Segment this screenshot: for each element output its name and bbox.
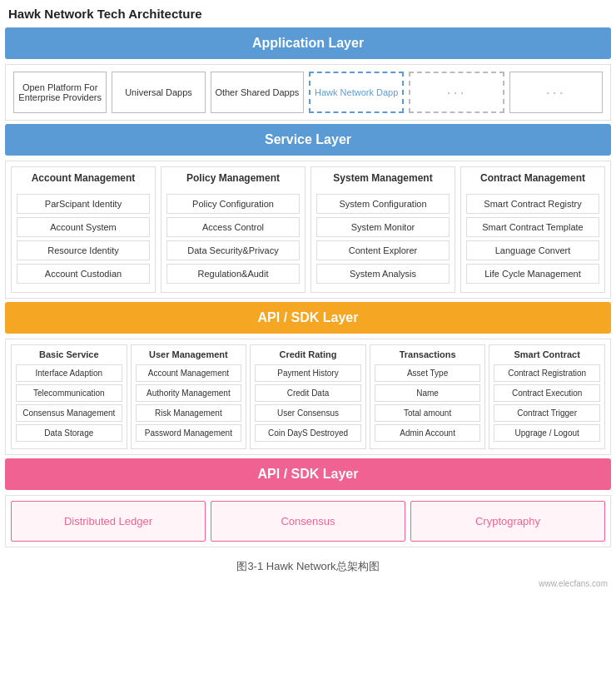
service-item: Policy Configuration — [166, 194, 300, 214]
api-item: Payment History — [255, 364, 361, 382]
api1-layer-section: Basic Service Interface Adaption Telecom… — [5, 339, 611, 455]
service-col-contract-title: Contract Management — [466, 172, 599, 187]
service-item: Access Control — [166, 217, 300, 237]
api-item: Asset Type — [375, 364, 481, 382]
service-item: Smart Contract Registry — [466, 194, 599, 214]
service-item: Regulation&Audit — [166, 264, 300, 284]
api-col-user: User Management Account Management Autho… — [131, 344, 247, 449]
api-col-smart-contract: Smart Contract Contract Registration Con… — [489, 344, 605, 449]
app-box-dots-dashed: ··· — [409, 72, 504, 113]
service-item: System Configuration — [316, 194, 450, 214]
app-box-dots-solid: ··· — [509, 72, 603, 113]
api-col-credit: Credit Rating Payment History Credit Dat… — [250, 344, 366, 449]
bottom-box-consensus: Consensus — [211, 501, 405, 542]
service-item: Content Explorer — [316, 240, 450, 260]
service-col-policy: Policy Management Policy Configuration A… — [161, 166, 306, 293]
api-col-user-title: User Management — [136, 349, 242, 359]
api-col-transactions: Transactions Asset Type Name Total amoun… — [370, 344, 486, 449]
api2-layer-bar: API / SDK Layer — [5, 458, 611, 490]
application-layer-bar: Application Layer — [5, 27, 611, 59]
api-col-transactions-title: Transactions — [375, 349, 481, 359]
bottom-layer-section: Distributed Ledger Consensus Cryptograph… — [5, 495, 611, 547]
api-item: Contract Registration — [494, 364, 600, 382]
service-item: Life Cycle Management — [466, 264, 599, 284]
service-item: Language Convert — [466, 240, 599, 260]
api-col-basic-title: Basic Service — [16, 349, 122, 359]
service-layer-bar: Service Layer — [5, 124, 611, 156]
service-col-policy-title: Policy Management — [166, 172, 300, 187]
service-col-account-title: Account Management — [17, 172, 150, 187]
service-col-system-title: System Management — [316, 172, 450, 187]
api-item: Total amount — [375, 404, 481, 422]
service-item: Resource Identity — [17, 240, 150, 260]
service-col-contract: Contract Management Smart Contract Regis… — [460, 166, 605, 293]
api-item: Telecommunication — [16, 384, 122, 402]
api-col-credit-title: Credit Rating — [255, 349, 361, 359]
api-item: Risk Management — [136, 404, 242, 422]
service-item: ParScipant Identity — [17, 194, 150, 214]
api-item: Upgrage / Logout — [494, 424, 600, 442]
api-item: Consensus Management — [16, 404, 122, 422]
page-title: Hawk Network Tech Architecture — [0, 0, 616, 27]
api-item: Contract Execution — [494, 384, 600, 402]
api-item: Name — [375, 384, 481, 402]
app-box-hawk-dapp: Hawk Network Dapp — [309, 72, 404, 113]
service-layer-section: Account Management ParScipant Identity A… — [5, 161, 611, 299]
service-col-system: System Management System Configuration S… — [310, 166, 455, 293]
api-item: Account Management — [136, 364, 242, 382]
service-item: System Monitor — [316, 217, 450, 237]
service-item: System Analysis — [316, 264, 450, 284]
api-item: Data Storage — [16, 424, 122, 442]
bottom-box-distributed-ledger: Distributed Ledger — [11, 501, 206, 542]
app-box-other-shared: Other Shared Dapps — [211, 72, 304, 113]
bottom-box-cryptography: Cryptography — [410, 501, 605, 542]
api-item: Contract Trigger — [494, 404, 600, 422]
api-item: Authority Management — [136, 384, 242, 402]
watermark: www.elecfans.com — [0, 579, 616, 591]
api-item: Interface Adaption — [16, 364, 122, 382]
api1-layer-bar: API / SDK Layer — [5, 302, 611, 334]
service-item: Account Custodian — [17, 264, 150, 284]
footer-caption: 图3-1 Hawk Network总架构图 — [0, 551, 616, 579]
service-item: Smart Contract Template — [466, 217, 599, 237]
service-col-account: Account Management ParScipant Identity A… — [11, 166, 156, 293]
api-item: Admin Account — [375, 424, 481, 442]
api-item: Credit Data — [255, 384, 361, 402]
api-item: Password Management — [136, 424, 242, 442]
app-box-universal-dapps: Universal Dapps — [112, 72, 205, 113]
app-box-open-platform: Open Platform For Enterprise Providers — [13, 72, 107, 113]
api-item: Coin DayS Destroyed — [255, 424, 361, 442]
service-item: Data Security&Privacy — [166, 240, 300, 260]
api-item: User Consensus — [255, 404, 361, 422]
service-item: Account System — [17, 217, 150, 237]
api-col-basic: Basic Service Interface Adaption Telecom… — [11, 344, 127, 449]
api-col-smart-contract-title: Smart Contract — [494, 349, 600, 359]
application-layer-section: Open Platform For Enterprise Providers U… — [5, 64, 611, 121]
